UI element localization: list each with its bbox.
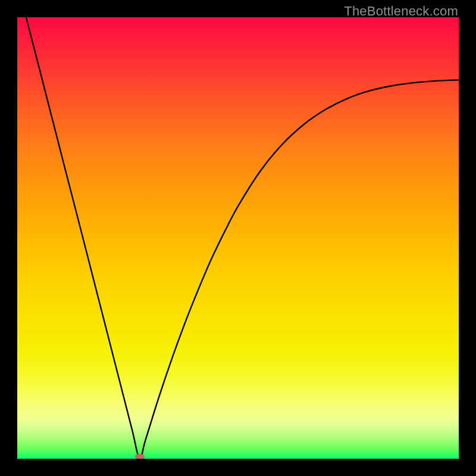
- watermark-text: TheBottleneck.com: [344, 4, 458, 19]
- plot-area: [17, 17, 459, 459]
- chart-frame: TheBottleneck.com: [0, 0, 476, 476]
- minimum-marker: [135, 454, 145, 459]
- bottleneck-curve: [17, 17, 459, 459]
